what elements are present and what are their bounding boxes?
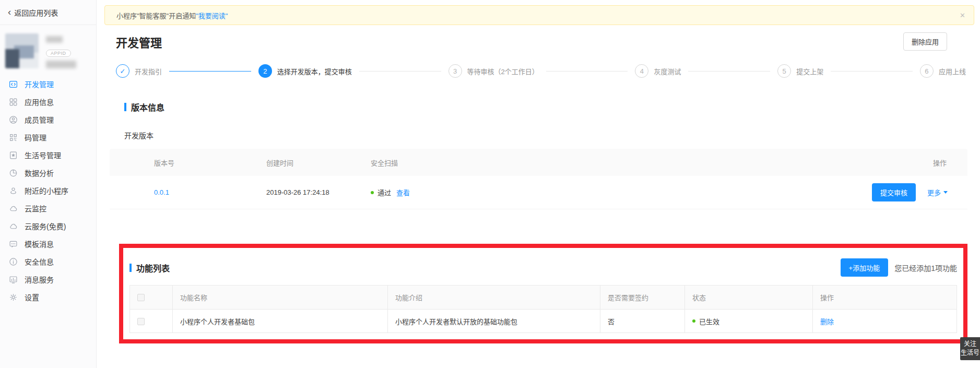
back-label: 返回应用列表 bbox=[14, 7, 58, 18]
feature-table-row: 小程序个人开发者基础包 小程序个人开发者默认开放的基础功能包 否 已生效 删除 bbox=[130, 310, 957, 333]
more-dropdown[interactable]: 更多 bbox=[927, 187, 948, 197]
sidebar-item-lifeaccount-management[interactable]: 生活号管理 bbox=[0, 146, 96, 164]
nearby-icon bbox=[9, 186, 18, 195]
sidebar-item-nearby-miniprogram[interactable]: 附近的小程序 bbox=[0, 182, 96, 199]
sidebar-item-member-management[interactable]: 成员管理 bbox=[0, 111, 96, 128]
banner-read-link[interactable]: "我要阅读" bbox=[196, 10, 228, 20]
scan-view-link[interactable]: 查看 bbox=[396, 187, 410, 197]
section-accent-bar bbox=[124, 103, 126, 111]
sidebar-item-cloud-service[interactable]: 云服务(免费) bbox=[0, 217, 96, 235]
version-table-row: 0.0.1 2019-03-26 17:24:18 通过 查看 提交审核 更多 bbox=[110, 176, 967, 209]
message-icon bbox=[9, 240, 18, 248]
status-dot-green bbox=[371, 191, 374, 194]
feature-table: 功能名称 功能介绍 是否需要签约 状态 操作 小程序个人开发者基础包 小程序个人… bbox=[129, 285, 957, 333]
sidebar-item-app-info[interactable]: 应用信息 bbox=[0, 93, 96, 111]
sidebar-item-code-management[interactable]: 码管理 bbox=[0, 128, 96, 146]
code-icon bbox=[9, 80, 18, 89]
step-check-icon: ✓ bbox=[116, 64, 129, 78]
caret-down-icon bbox=[943, 191, 948, 194]
version-section-title: 版本信息 bbox=[131, 101, 164, 113]
step-connector bbox=[688, 71, 770, 72]
scan-status: 通过 bbox=[377, 187, 391, 197]
qrcode-icon bbox=[9, 133, 18, 142]
version-number-link[interactable]: 0.0.1 bbox=[154, 188, 169, 196]
app-name-redacted bbox=[46, 36, 63, 43]
page-title: 开发管理 bbox=[116, 33, 162, 50]
step-app-online: 6 应用上线 bbox=[920, 64, 966, 78]
back-to-app-list-link[interactable]: ‹ 返回应用列表 bbox=[0, 0, 96, 25]
close-icon[interactable]: ✕ bbox=[960, 11, 965, 19]
dev-version-subtitle: 开发版本 bbox=[124, 130, 980, 140]
sidebar-item-cloud-monitor[interactable]: 云监控 bbox=[0, 199, 96, 217]
step-connector bbox=[169, 71, 251, 72]
feature-status: 已生效 bbox=[699, 316, 719, 326]
info-circle-icon bbox=[9, 257, 18, 266]
user-icon bbox=[9, 115, 18, 124]
follow-lifeaccount-badge[interactable]: 关注 生活号 bbox=[960, 337, 980, 360]
sidebar-item-dev-management[interactable]: 开发管理 bbox=[0, 75, 96, 93]
sidebar-item-message-service[interactable]: 消息服务 bbox=[0, 270, 96, 288]
cloud-icon bbox=[9, 222, 18, 231]
row-checkbox[interactable] bbox=[137, 318, 145, 325]
bar-chart-icon bbox=[9, 275, 18, 284]
chevron-left-icon: ‹ bbox=[8, 7, 11, 17]
status-dot-green bbox=[692, 319, 695, 323]
feature-section-title: 功能列表 bbox=[136, 262, 170, 274]
main-content: 小程序"智能客服"开启通知"我要阅读" ✕ 开发管理 删除应用 ✓ 开发指引 2… bbox=[97, 0, 980, 368]
app-window: ‹ 返回应用列表 APPID 开发管理 应用信息 成员管理 bbox=[0, 0, 980, 368]
version-table-header: 版本号 创建时间 安全扫描 操作 bbox=[110, 149, 967, 176]
sidebar-item-settings[interactable]: 设置 bbox=[0, 288, 96, 306]
step-indicator: ✓ 开发指引 2 选择开发版本，提交审核 3 等待审核（2个工作日） 4 灰度测… bbox=[116, 64, 966, 78]
feature-desc: 小程序个人开发者默认开放的基础功能包 bbox=[388, 310, 600, 333]
feature-list-section-red-highlight: 功能列表 +添加功能 您已经添加1项功能 功能名称 功能介绍 是否需要签约 状态 bbox=[119, 244, 967, 343]
step-submit-launch: 5 提交上架 bbox=[777, 64, 823, 78]
app-profile: APPID bbox=[0, 25, 96, 70]
sidebar-item-security-info[interactable]: 安全信息 bbox=[0, 253, 96, 270]
badge-star-icon bbox=[9, 151, 18, 160]
step-dev-guide: ✓ 开发指引 bbox=[116, 64, 162, 78]
app-avatar bbox=[5, 33, 39, 68]
submit-review-button[interactable]: 提交审核 bbox=[872, 183, 916, 201]
step-choose-version: 2 选择开发版本，提交审核 bbox=[258, 64, 352, 78]
select-all-checkbox[interactable] bbox=[137, 294, 145, 301]
notice-banner: 小程序"智能客服"开启通知"我要阅读" ✕ bbox=[104, 5, 974, 25]
feature-count-text: 您已经添加1项功能 bbox=[894, 263, 957, 273]
appid-redacted bbox=[46, 61, 76, 68]
sidebar: ‹ 返回应用列表 APPID 开发管理 应用信息 成员管理 bbox=[0, 0, 97, 368]
delete-app-button[interactable]: 删除应用 bbox=[903, 32, 947, 51]
feature-name: 小程序个人开发者基础包 bbox=[173, 310, 388, 333]
step-connector bbox=[546, 71, 628, 72]
need-sign: 否 bbox=[600, 310, 685, 333]
sidebar-menu: 开发管理 应用信息 成员管理 码管理 生活号管理 数据分析 bbox=[0, 75, 96, 306]
step-connector bbox=[359, 71, 441, 72]
section-accent-bar bbox=[129, 264, 132, 272]
version-table: 版本号 创建时间 安全扫描 操作 0.0.1 2019-03-26 17:24:… bbox=[110, 149, 967, 209]
appid-badge: APPID bbox=[46, 50, 71, 57]
banner-text: 小程序"智能客服"开启通知 bbox=[116, 10, 196, 20]
cloud-icon bbox=[9, 204, 18, 213]
created-time: 2019-03-26 17:24:18 bbox=[266, 188, 371, 196]
add-feature-button[interactable]: +添加功能 bbox=[841, 258, 889, 277]
grid-icon bbox=[9, 98, 18, 106]
feature-table-header: 功能名称 功能介绍 是否需要签约 状态 操作 bbox=[130, 286, 957, 310]
sidebar-item-template-message[interactable]: 模板消息 bbox=[0, 235, 96, 253]
step-wait-review: 3 等待审核（2个工作日） bbox=[448, 64, 539, 78]
gear-icon bbox=[9, 293, 18, 302]
step-connector bbox=[831, 71, 913, 72]
delete-feature-link[interactable]: 删除 bbox=[820, 318, 834, 326]
sidebar-item-data-analysis[interactable]: 数据分析 bbox=[0, 164, 96, 182]
pie-chart-icon bbox=[9, 169, 18, 177]
version-info-section: 版本信息 开发版本 版本号 创建时间 安全扫描 操作 0.0.1 2019-03… bbox=[97, 101, 980, 209]
step-gray-test: 4 灰度测试 bbox=[635, 64, 681, 78]
